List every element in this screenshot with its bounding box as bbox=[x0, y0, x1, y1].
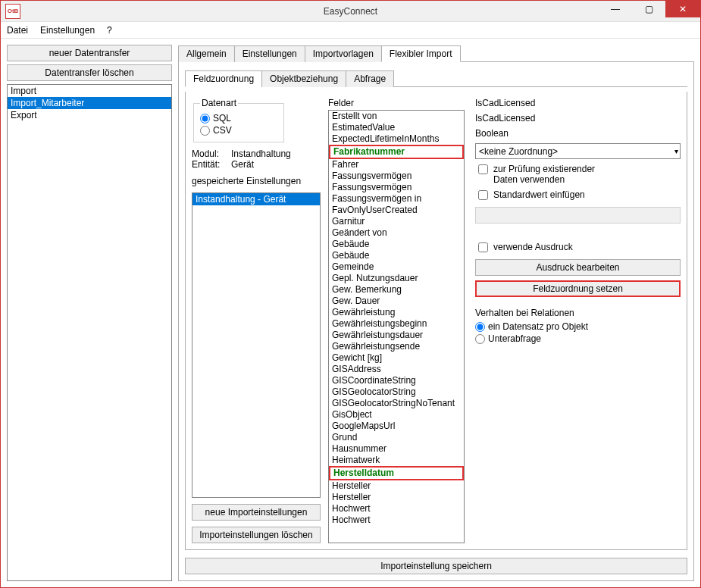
close-button[interactable]: ✕ bbox=[665, 1, 700, 17]
felder-item[interactable]: Gewährleistung bbox=[329, 307, 464, 318]
felder-label: Felder bbox=[328, 98, 465, 108]
mapping-dropdown-value: <keine Zuordnung> bbox=[479, 146, 558, 157]
check-default-value-label: Standardwert einfügen bbox=[493, 189, 585, 200]
felder-item[interactable]: Heimatwerk bbox=[329, 455, 464, 466]
outer-tabs: AllgemeinEinstellungenImportvorlagenFlex… bbox=[178, 45, 694, 62]
default-value-input bbox=[475, 207, 681, 224]
outer-tab[interactable]: Importvorlagen bbox=[305, 45, 382, 62]
felder-item[interactable]: Hersteller bbox=[329, 492, 464, 503]
info-line-1: IsCadLicensed bbox=[475, 98, 681, 108]
felder-item[interactable]: FavOnlyUserCreated bbox=[329, 205, 464, 216]
inner-tab[interactable]: Abfrage bbox=[346, 70, 394, 87]
felder-item[interactable]: GISCoordinateString bbox=[329, 375, 464, 386]
edit-expression-button[interactable]: Ausdruck bearbeiten bbox=[475, 259, 681, 276]
felder-item[interactable]: Fassungsvermögen bbox=[329, 182, 464, 193]
outer-tabpane: FeldzuordnungObjektbeziehungAbfrage Date… bbox=[178, 62, 694, 581]
entitaet-value: Gerät bbox=[231, 159, 254, 170]
felder-item[interactable]: Gebäude bbox=[329, 239, 464, 250]
check-use-expression[interactable] bbox=[478, 242, 488, 252]
inner-tab[interactable]: Feldzuordnung bbox=[185, 70, 262, 87]
delete-transfer-button[interactable]: Datentransfer löschen bbox=[7, 64, 172, 81]
datenart-group: Datenart SQL CSV bbox=[193, 98, 284, 142]
modul-value: Instandhaltung bbox=[231, 149, 291, 159]
felder-item[interactable]: ExpectedLifetimeInMonths bbox=[329, 133, 464, 145]
felder-listbox[interactable]: Erstellt vonEstimatedValueExpectedLifeti… bbox=[328, 110, 465, 543]
entitaet-label: Entität: bbox=[192, 159, 225, 170]
felder-item[interactable]: Hersteller bbox=[329, 480, 464, 492]
info-line-2: IsCadLicensed bbox=[475, 113, 681, 124]
check-use-expression-label: verwende Ausdruck bbox=[493, 242, 573, 252]
radio-one-record[interactable] bbox=[475, 322, 485, 332]
felder-item[interactable]: Gewicht [kg] bbox=[329, 352, 464, 364]
delete-import-settings-button[interactable]: Importeinstellungen löschen bbox=[192, 527, 321, 543]
set-mapping-button[interactable]: Feldzuordnung setzen bbox=[475, 280, 681, 297]
felder-item[interactable]: GISAddress bbox=[329, 364, 464, 375]
radio-sql[interactable] bbox=[200, 114, 210, 124]
radio-csv-label: CSV bbox=[213, 125, 232, 136]
felder-item[interactable]: Geändert von bbox=[329, 227, 464, 239]
check-verify-existing[interactable] bbox=[478, 164, 488, 174]
felder-item[interactable]: Gebäude bbox=[329, 250, 464, 261]
felder-item[interactable]: GisObject bbox=[329, 409, 464, 421]
right-column: AllgemeinEinstellungenImportvorlagenFlex… bbox=[178, 45, 694, 581]
app-window: OtB EasyConnect — ▢ ✕ Datei Einstellunge… bbox=[0, 0, 701, 588]
check-default-value[interactable] bbox=[478, 190, 488, 200]
felder-item[interactable]: GISGeolocatorStringNoTenant bbox=[329, 398, 464, 409]
felder-item[interactable]: Fassungsvermögen bbox=[329, 170, 464, 182]
column-mapping: IsCadLicensed IsCadLicensed Boolean <kei… bbox=[472, 98, 681, 543]
check-verify-existing-label: zur Prüfung existierender Daten verwende… bbox=[493, 164, 615, 185]
transfer-list[interactable]: ImportImport_MitarbeiterExport bbox=[7, 84, 172, 581]
modul-label: Modul: bbox=[192, 149, 225, 159]
felder-item[interactable]: GoogleMapsUrl bbox=[329, 421, 464, 432]
felder-item[interactable]: Fassungsvermögen in bbox=[329, 193, 464, 205]
menu-help[interactable]: ? bbox=[107, 25, 112, 36]
maximize-button[interactable]: ▢ bbox=[632, 1, 665, 17]
felder-item[interactable]: Gewährleistungsende bbox=[329, 341, 464, 352]
felder-item[interactable]: Hochwert bbox=[329, 514, 464, 526]
saved-settings-item[interactable]: Instandhaltung - Gerät bbox=[192, 193, 320, 205]
transfer-list-item[interactable]: Import bbox=[8, 85, 171, 97]
mapping-dropdown[interactable]: <keine Zuordnung> ▾ bbox=[475, 143, 681, 159]
felder-item[interactable]: Garnitur bbox=[329, 216, 464, 227]
felder-item[interactable]: Gew. Dauer bbox=[329, 296, 464, 307]
radio-csv[interactable] bbox=[200, 126, 210, 136]
felder-item[interactable]: Gemeinde bbox=[329, 261, 464, 273]
felder-item[interactable]: Fahrer bbox=[329, 159, 464, 170]
menu-einstellungen[interactable]: Einstellungen bbox=[40, 25, 95, 36]
outer-tab[interactable]: Einstellungen bbox=[234, 45, 305, 62]
felder-item[interactable]: EstimatedValue bbox=[329, 122, 464, 133]
saved-settings-label: gespeicherte Einstellungen bbox=[192, 176, 321, 186]
content-area: neuer Datentransfer Datentransfer lösche… bbox=[1, 39, 700, 587]
radio-sql-label: SQL bbox=[213, 113, 231, 124]
radio-subquery[interactable] bbox=[475, 334, 485, 344]
outer-tab[interactable]: Flexibler Import bbox=[381, 45, 461, 62]
titlebar: OtB EasyConnect — ▢ ✕ bbox=[1, 1, 700, 22]
felder-item[interactable]: Hausnummer bbox=[329, 443, 464, 455]
new-import-settings-button[interactable]: neue Importeinstellungen bbox=[192, 504, 321, 521]
transfer-list-item[interactable]: Export bbox=[8, 109, 171, 121]
felder-item[interactable]: Gewährleistungsbeginn bbox=[329, 318, 464, 330]
info-line-3: Boolean bbox=[475, 128, 681, 139]
outer-tab[interactable]: Allgemein bbox=[178, 45, 235, 62]
saved-settings-list[interactable]: Instandhaltung - Gerät bbox=[192, 192, 321, 498]
felder-item[interactable]: Grund bbox=[329, 432, 464, 443]
column-felder: Felder Erstellt vonEstimatedValueExpecte… bbox=[328, 98, 465, 543]
inner-tab[interactable]: Objektbeziehung bbox=[261, 70, 346, 87]
save-import-settings-button[interactable]: Importeinstellung speichern bbox=[185, 558, 687, 574]
relation-behavior-group: Verhalten bei Relationen ein Datensatz p… bbox=[475, 308, 681, 346]
new-transfer-button[interactable]: neuer Datentransfer bbox=[7, 45, 172, 61]
felder-item[interactable]: Hochwert bbox=[329, 503, 464, 514]
relation-behavior-label: Verhalten bei Relationen bbox=[475, 308, 681, 318]
felder-item[interactable]: Gew. Bemerkung bbox=[329, 284, 464, 296]
felder-item[interactable]: Fabrikatnummer bbox=[329, 145, 464, 159]
menu-datei[interactable]: Datei bbox=[7, 25, 28, 36]
app-icon: OtB bbox=[5, 4, 20, 19]
felder-item[interactable]: Erstellt von bbox=[329, 111, 464, 122]
felder-item[interactable]: Gewährleistungsdauer bbox=[329, 330, 464, 341]
transfer-list-item[interactable]: Import_Mitarbeiter bbox=[8, 97, 171, 109]
menubar: Datei Einstellungen ? bbox=[1, 22, 700, 39]
felder-item[interactable]: Gepl. Nutzungsdauer bbox=[329, 273, 464, 284]
felder-item[interactable]: GISGeolocatorString bbox=[329, 386, 464, 398]
felder-item[interactable]: Herstelldatum bbox=[329, 466, 464, 480]
minimize-button[interactable]: — bbox=[599, 1, 632, 17]
